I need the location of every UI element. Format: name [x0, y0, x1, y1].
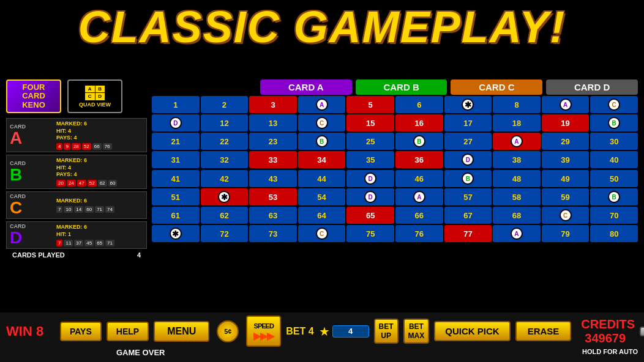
cell-36[interactable]: 36 — [395, 151, 443, 168]
cell-78[interactable]: A — [493, 225, 541, 242]
help-button[interactable]: HELP — [107, 322, 149, 341]
erase-button[interactable]: ERASE — [515, 321, 572, 341]
cell-47[interactable]: B — [444, 170, 492, 187]
cell-26[interactable]: B — [395, 133, 443, 150]
cell-59[interactable]: 59 — [542, 188, 590, 205]
cell-30[interactable]: 30 — [590, 133, 638, 150]
cell-45[interactable]: D — [346, 170, 394, 187]
cell-48[interactable]: 48 — [493, 170, 541, 187]
cell-44[interactable]: 44 — [298, 170, 346, 187]
cell-5[interactable]: 5 — [346, 96, 394, 113]
cell-72[interactable]: 72 — [201, 225, 249, 242]
cell-61[interactable]: 61 — [152, 207, 200, 224]
bet-max-button[interactable]: BETMAX — [403, 319, 430, 344]
cell-55[interactable]: D — [346, 188, 394, 205]
cell-68[interactable]: 68 — [493, 207, 541, 224]
quick-pick-button[interactable]: QUICK PICK — [434, 321, 510, 341]
cell-2[interactable]: 2 — [201, 96, 249, 113]
cell-19[interactable]: 19 — [542, 114, 590, 131]
cell-77[interactable]: 77 — [444, 225, 492, 242]
card-a-num-4: 52 — [82, 143, 91, 150]
cell-6[interactable]: 6 — [395, 96, 443, 113]
cards-played-line: CARDS PLAYED 4 — [6, 251, 147, 259]
cell-4[interactable]: A — [298, 96, 346, 113]
card-a-hit: HIT: 4 — [56, 128, 143, 135]
win-display: WIN 8 — [6, 323, 55, 339]
cell-43[interactable]: 43 — [249, 170, 297, 187]
cell-37[interactable]: D — [444, 151, 492, 168]
cell-76[interactable]: 76 — [395, 225, 443, 242]
card-a-num-6: 76 — [103, 143, 112, 150]
cell-39[interactable]: 39 — [542, 151, 590, 168]
cell-35[interactable]: 35 — [346, 151, 394, 168]
cell-32[interactable]: 32 — [201, 151, 249, 168]
cell-69[interactable]: C — [542, 207, 590, 224]
cell-58[interactable]: 58 — [493, 188, 541, 205]
cell-80[interactable]: 80 — [590, 225, 638, 242]
cell-54[interactable]: 54 — [298, 188, 346, 205]
cell-9[interactable]: A — [542, 96, 590, 113]
cell-65[interactable]: 65 — [346, 207, 394, 224]
cell-8[interactable]: 8 — [493, 96, 541, 113]
cell-31[interactable]: 31 — [152, 151, 200, 168]
cell-13[interactable]: 13 — [249, 114, 297, 131]
cell-53[interactable]: 53 — [249, 188, 297, 205]
cell-67[interactable]: 67 — [444, 207, 492, 224]
bet-display: BET 4 — [286, 326, 313, 337]
cell-16[interactable]: 16 — [395, 114, 443, 131]
cell-3[interactable]: 3 — [249, 96, 297, 113]
hold-for-auto-text: HOLD FOR AUTO — [582, 348, 638, 357]
cell-18[interactable]: 18 — [493, 114, 541, 131]
cell-29[interactable]: 29 — [542, 133, 590, 150]
cell-51[interactable]: 51 — [152, 188, 200, 205]
bet-up-button[interactable]: BETUP — [374, 319, 399, 344]
cell-41[interactable]: 41 — [152, 170, 200, 187]
cell-17[interactable]: 17 — [444, 114, 492, 131]
cell-24[interactable]: B — [298, 133, 346, 150]
credits-value: 349679 — [585, 331, 626, 345]
cell-60[interactable]: B — [590, 188, 638, 205]
cell-27[interactable]: 27 — [444, 133, 492, 150]
cell-56[interactable]: A — [395, 188, 443, 205]
cell-1[interactable]: 1 — [152, 96, 200, 113]
cell-66[interactable]: 66 — [395, 207, 443, 224]
cell-21[interactable]: 21 — [152, 133, 200, 150]
cell-71[interactable]: ✱ — [152, 225, 200, 242]
cell-23[interactable]: 23 — [249, 133, 297, 150]
cell-7[interactable]: ✱ — [444, 96, 492, 113]
cell-11[interactable]: D — [152, 114, 200, 131]
cell-34[interactable]: 34 — [298, 151, 346, 168]
cell-12[interactable]: 12 — [201, 114, 249, 131]
hold-auto-button[interactable] — [640, 327, 644, 336]
menu-button[interactable]: MENU — [154, 321, 209, 342]
cell-74[interactable]: C — [298, 225, 346, 242]
cell-75[interactable]: 75 — [346, 225, 394, 242]
cell-33[interactable]: 33 — [249, 151, 297, 168]
cell-79[interactable]: 79 — [542, 225, 590, 242]
cell-10[interactable]: C — [590, 96, 638, 113]
cell-52[interactable]: ✱ — [201, 188, 249, 205]
cell-28[interactable]: A — [493, 133, 541, 150]
cell-57[interactable]: 57 — [444, 188, 492, 205]
cell-40[interactable]: 40 — [590, 151, 638, 168]
credits-label: CREDITS — [581, 317, 635, 331]
cell-62[interactable]: 62 — [201, 207, 249, 224]
speed-button[interactable]: SPEED ▶▶▶ — [246, 316, 281, 347]
cell-14[interactable]: C — [298, 114, 346, 131]
card-d-num-6: 71 — [105, 240, 114, 246]
star-icon: ★ — [319, 324, 330, 339]
cell-50[interactable]: 50 — [590, 170, 638, 187]
cell-20[interactable]: B — [590, 114, 638, 131]
cell-73[interactable]: 73 — [249, 225, 297, 242]
cell-49[interactable]: 49 — [542, 170, 590, 187]
cell-25[interactable]: 25 — [346, 133, 394, 150]
cell-64[interactable]: 64 — [298, 207, 346, 224]
cell-38[interactable]: 38 — [493, 151, 541, 168]
cell-15[interactable]: 15 — [346, 114, 394, 131]
cell-63[interactable]: 63 — [249, 207, 297, 224]
cell-46[interactable]: 46 — [395, 170, 443, 187]
cell-22[interactable]: 22 — [201, 133, 249, 150]
cell-70[interactable]: 70 — [590, 207, 638, 224]
pays-button[interactable]: PAYS — [60, 322, 102, 341]
cell-42[interactable]: 42 — [201, 170, 249, 187]
